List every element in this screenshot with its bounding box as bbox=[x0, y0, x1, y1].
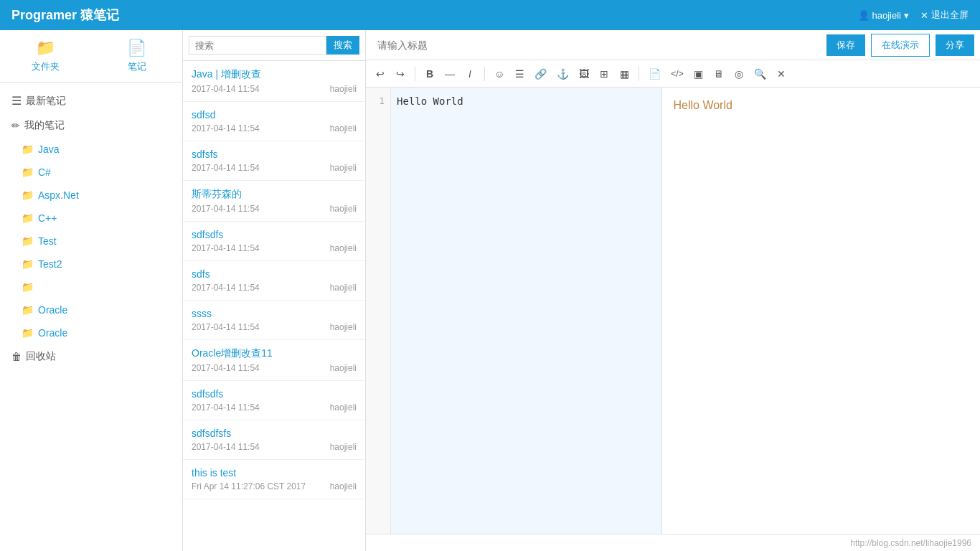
sidebar-item-cpp[interactable]: 📁 C++ bbox=[0, 207, 182, 230]
notes-tab-label: 笔记 bbox=[128, 60, 146, 73]
sidebar-item-aspx[interactable]: 📁 Aspx.Net bbox=[0, 184, 182, 207]
undo-button[interactable]: ↩ bbox=[372, 66, 389, 82]
sidebar-item-trash[interactable]: 🗑 回收站 bbox=[0, 344, 182, 369]
note-title: Oracle增删改查11 bbox=[192, 347, 357, 360]
note-author: haojieli bbox=[330, 481, 357, 491]
my-notes-label: 我的笔记 bbox=[24, 119, 65, 132]
list-item[interactable]: sdfsd 2017-04-14 11:54 haojieli bbox=[183, 102, 365, 141]
folder-icon: 📁 bbox=[22, 327, 34, 339]
list-item[interactable]: sdfs 2017-04-14 11:54 haojieli bbox=[183, 261, 365, 301]
exit-label: 退出全屏 bbox=[931, 9, 969, 22]
editor-left-pane: 1 Hello World bbox=[366, 88, 662, 534]
sidebar-item-test2[interactable]: 📁 Test2 bbox=[0, 253, 182, 276]
status-bar: http://blog.csdn.net/lihaojie1996 bbox=[366, 534, 980, 551]
sidebar-item-oracle2[interactable]: 📁 Oracle bbox=[0, 321, 182, 344]
user-menu[interactable]: 👤 haojieli ▾ bbox=[858, 10, 909, 21]
preview-content: Hello World bbox=[674, 99, 969, 112]
note-date: 2017-04-14 11:54 bbox=[192, 204, 260, 214]
demo-button[interactable]: 在线演示 bbox=[871, 34, 930, 57]
list-item[interactable]: Oracle增删改查11 2017-04-14 11:54 haojieli bbox=[183, 340, 365, 381]
folder-icon: 📁 bbox=[22, 235, 34, 247]
sidebar-item-test[interactable]: 📁 Test bbox=[0, 230, 182, 253]
note-date: 2017-04-14 11:54 bbox=[192, 163, 260, 173]
test-label: Test bbox=[38, 235, 57, 247]
note-meta: 2017-04-14 11:54 haojieli bbox=[192, 402, 357, 413]
note-meta: 2017-04-14 11:54 haojieli bbox=[192, 363, 357, 373]
oracle2-label: Oracle bbox=[38, 327, 67, 339]
file-button[interactable]: 📄 bbox=[645, 66, 664, 82]
hr-button[interactable]: — bbox=[441, 66, 458, 82]
code-button[interactable]: </> bbox=[667, 67, 687, 81]
folder-icon: 📁 bbox=[22, 143, 34, 155]
link-button[interactable]: 🔗 bbox=[531, 66, 550, 82]
line-number-1: 1 bbox=[366, 93, 390, 109]
emoji-button[interactable]: ☺ bbox=[491, 66, 508, 82]
more-button[interactable]: ▦ bbox=[616, 66, 633, 82]
folder-icon: 📁 bbox=[22, 281, 34, 293]
note-author: haojieli bbox=[330, 163, 357, 173]
table-button[interactable]: ⊞ bbox=[595, 66, 613, 82]
status-url: http://blog.csdn.net/lihaojie1996 bbox=[850, 538, 971, 548]
sidebar-nav: ☰ 最新笔记 ✏ 我的笔记 📁 Java 📁 C# 📁 Aspx.Net 📁 bbox=[0, 83, 182, 551]
anchor-button[interactable]: ⚓ bbox=[553, 66, 573, 82]
main-layout: 📁 文件夹 📄 笔记 ☰ 最新笔记 ✏ 我的笔记 📁 Java 📁 bbox=[0, 30, 980, 551]
java-label: Java bbox=[38, 143, 60, 155]
editor-header: 保存 在线演示 分享 bbox=[366, 30, 980, 60]
sidebar-item-oracle1[interactable]: 📁 Oracle bbox=[0, 298, 182, 321]
sidebar-item-java[interactable]: 📁 Java bbox=[0, 138, 182, 161]
save-button[interactable]: 保存 bbox=[826, 34, 865, 56]
sidebar-tab-folder[interactable]: 📁 文件夹 bbox=[0, 30, 91, 82]
list-button[interactable]: ☰ bbox=[511, 66, 528, 82]
note-title: this is test bbox=[192, 467, 357, 479]
header-left: Programer 猿笔记 bbox=[11, 6, 119, 24]
editor-body: 1 Hello World Hello World bbox=[366, 88, 980, 534]
list-item[interactable]: sdfsdfsfs 2017-04-14 11:54 haojieli bbox=[183, 420, 365, 460]
list-item[interactable]: ssss 2017-04-14 11:54 haojieli bbox=[183, 301, 365, 340]
header: Programer 猿笔记 👤 haojieli ▾ ✕ 退出全屏 bbox=[0, 0, 980, 30]
search-input[interactable] bbox=[189, 36, 326, 55]
redo-button[interactable]: ↪ bbox=[392, 66, 409, 82]
editor-text-area[interactable]: Hello World bbox=[391, 88, 661, 534]
share-button[interactable]: 分享 bbox=[936, 34, 974, 56]
note-search-bar: 搜索 bbox=[183, 30, 365, 61]
note-items-list: Java | 增删改查 2017-04-14 11:54 haojieli sd… bbox=[183, 61, 365, 551]
eye-button[interactable]: ◎ bbox=[730, 66, 748, 82]
note-title: sdfsdfs bbox=[192, 229, 357, 240]
list-item[interactable]: 斯蒂芬森的 2017-04-14 11:54 haojieli bbox=[183, 181, 365, 222]
note-title: ssss bbox=[192, 308, 357, 319]
italic-button[interactable]: I bbox=[461, 66, 479, 82]
note-date: 2017-04-14 11:54 bbox=[192, 363, 260, 373]
note-date: 2017-04-14 11:54 bbox=[192, 243, 260, 253]
screen-button[interactable]: 🖥 bbox=[710, 66, 727, 82]
sidebar-item-blank[interactable]: 📁 bbox=[0, 276, 182, 298]
sidebar: 📁 文件夹 📄 笔记 ☰ 最新笔记 ✏ 我的笔记 📁 Java 📁 bbox=[0, 30, 183, 551]
list-item[interactable]: sdfsdfs 2017-04-14 11:54 haojieli bbox=[183, 381, 365, 420]
app-logo: Programer 猿笔记 bbox=[11, 6, 119, 24]
exit-fullscreen-button[interactable]: ✕ 退出全屏 bbox=[920, 9, 969, 22]
list-item[interactable]: sdfsdfs 2017-04-14 11:54 haojieli bbox=[183, 222, 365, 261]
sidebar-item-my-notes[interactable]: ✏ 我的笔记 bbox=[0, 113, 182, 138]
note-meta: 2017-04-14 11:54 haojieli bbox=[192, 204, 357, 214]
bold-button[interactable]: B bbox=[421, 66, 438, 82]
note-meta: 2017-04-14 11:54 haojieli bbox=[192, 163, 357, 173]
search-toolbar-button[interactable]: 🔍 bbox=[750, 66, 770, 82]
fullscreen-button[interactable]: ✕ bbox=[773, 66, 790, 82]
trash-icon: 🗑 bbox=[11, 351, 22, 362]
title-input[interactable] bbox=[372, 39, 821, 51]
sidebar-tab-notes[interactable]: 📄 笔记 bbox=[91, 30, 182, 82]
note-title: sdfsdfsfs bbox=[192, 428, 357, 439]
sidebar-item-csharp[interactable]: 📁 C# bbox=[0, 161, 182, 184]
aspx-label: Aspx.Net bbox=[38, 189, 79, 201]
exit-icon: ✕ bbox=[920, 10, 928, 21]
editor-preview-pane: Hello World bbox=[662, 88, 981, 534]
search-button[interactable]: 搜索 bbox=[326, 36, 359, 55]
note-meta: 2017-04-14 11:54 haojieli bbox=[192, 322, 357, 332]
note-author: haojieli bbox=[330, 204, 357, 214]
block-button[interactable]: ▣ bbox=[690, 66, 707, 82]
list-item[interactable]: this is test Fri Apr 14 11:27:06 CST 201… bbox=[183, 460, 365, 499]
sidebar-item-recent[interactable]: ☰ 最新笔记 bbox=[0, 88, 182, 113]
list-item[interactable]: sdfsfs 2017-04-14 11:54 haojieli bbox=[183, 141, 365, 181]
my-notes-icon: ✏ bbox=[11, 120, 20, 131]
list-item[interactable]: Java | 增删改查 2017-04-14 11:54 haojieli bbox=[183, 61, 365, 102]
image-button[interactable]: 🖼 bbox=[575, 66, 593, 82]
